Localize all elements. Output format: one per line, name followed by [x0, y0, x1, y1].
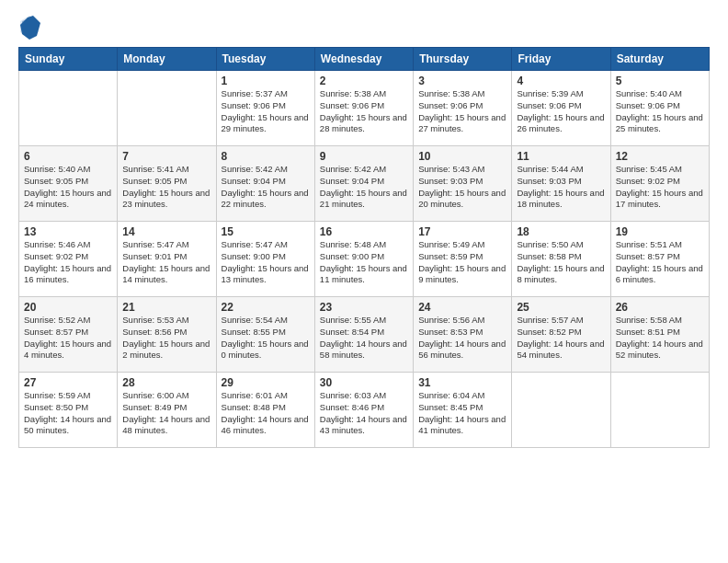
- header: [18, 14, 710, 40]
- day-detail: Sunrise: 5:53 AM Sunset: 8:56 PM Dayligh…: [122, 315, 210, 362]
- calendar-day-cell: [19, 71, 118, 146]
- day-number: 4: [517, 75, 605, 87]
- day-detail: Sunrise: 5:40 AM Sunset: 9:05 PM Dayligh…: [24, 164, 112, 211]
- day-detail: Sunrise: 5:38 AM Sunset: 9:06 PM Dayligh…: [418, 88, 506, 135]
- day-detail: Sunrise: 6:01 AM Sunset: 8:48 PM Dayligh…: [222, 390, 310, 437]
- calendar-week-row: 1Sunrise: 5:37 AM Sunset: 9:06 PM Daylig…: [19, 71, 710, 146]
- calendar-day-cell: 17Sunrise: 5:49 AM Sunset: 8:59 PM Dayli…: [414, 222, 512, 297]
- calendar-week-row: 6Sunrise: 5:40 AM Sunset: 9:05 PM Daylig…: [19, 146, 710, 222]
- day-number: 16: [320, 225, 408, 238]
- calendar-week-row: 20Sunrise: 5:52 AM Sunset: 8:57 PM Dayli…: [19, 297, 710, 373]
- day-detail: Sunrise: 5:58 AM Sunset: 8:51 PM Dayligh…: [616, 315, 704, 362]
- day-number: 20: [24, 301, 112, 314]
- day-detail: Sunrise: 5:43 AM Sunset: 9:03 PM Dayligh…: [418, 164, 506, 211]
- day-detail: Sunrise: 5:47 AM Sunset: 9:01 PM Dayligh…: [122, 239, 210, 286]
- day-of-week-header: Sunday: [19, 48, 118, 71]
- day-detail: Sunrise: 5:41 AM Sunset: 9:05 PM Dayligh…: [122, 164, 210, 211]
- day-number: 8: [222, 150, 310, 163]
- day-number: 6: [24, 150, 112, 163]
- day-number: 24: [418, 301, 506, 314]
- day-detail: Sunrise: 5:57 AM Sunset: 8:52 PM Dayligh…: [517, 315, 605, 362]
- day-detail: Sunrise: 5:38 AM Sunset: 9:06 PM Dayligh…: [320, 88, 408, 135]
- calendar-day-cell: 26Sunrise: 5:58 AM Sunset: 8:51 PM Dayli…: [610, 297, 709, 373]
- day-number: 11: [517, 150, 605, 163]
- day-number: 5: [616, 75, 704, 87]
- day-detail: Sunrise: 5:39 AM Sunset: 9:06 PM Dayligh…: [517, 88, 605, 135]
- day-number: 7: [122, 150, 210, 163]
- day-of-week-header: Thursday: [414, 48, 512, 71]
- calendar-day-cell: 3Sunrise: 5:38 AM Sunset: 9:06 PM Daylig…: [414, 71, 512, 146]
- day-number: 29: [222, 376, 310, 389]
- calendar-day-cell: 8Sunrise: 5:42 AM Sunset: 9:04 PM Daylig…: [216, 146, 314, 222]
- svg-marker-2: [20, 16, 40, 40]
- day-number: 26: [616, 301, 704, 314]
- calendar-day-cell: 28Sunrise: 6:00 AM Sunset: 8:49 PM Dayli…: [118, 373, 216, 448]
- day-number: 27: [24, 376, 112, 389]
- day-detail: Sunrise: 5:56 AM Sunset: 8:53 PM Dayligh…: [418, 315, 506, 362]
- day-number: 19: [616, 225, 704, 238]
- day-number: 28: [122, 376, 210, 389]
- day-number: 21: [122, 301, 210, 314]
- calendar-day-cell: 5Sunrise: 5:40 AM Sunset: 9:06 PM Daylig…: [610, 71, 709, 146]
- calendar-day-cell: 22Sunrise: 5:54 AM Sunset: 8:55 PM Dayli…: [216, 297, 314, 373]
- day-number: 12: [616, 150, 704, 163]
- calendar-day-cell: 4Sunrise: 5:39 AM Sunset: 9:06 PM Daylig…: [512, 71, 610, 146]
- day-number: 13: [24, 225, 112, 238]
- calendar-day-cell: 14Sunrise: 5:47 AM Sunset: 9:01 PM Dayli…: [118, 222, 216, 297]
- day-detail: Sunrise: 5:50 AM Sunset: 8:58 PM Dayligh…: [517, 239, 605, 286]
- calendar-day-cell: 20Sunrise: 5:52 AM Sunset: 8:57 PM Dayli…: [19, 297, 118, 373]
- day-number: 22: [222, 301, 310, 314]
- day-detail: Sunrise: 5:55 AM Sunset: 8:54 PM Dayligh…: [320, 315, 408, 362]
- day-detail: Sunrise: 6:00 AM Sunset: 8:49 PM Dayligh…: [122, 390, 210, 437]
- day-detail: Sunrise: 6:03 AM Sunset: 8:46 PM Dayligh…: [320, 390, 408, 437]
- day-detail: Sunrise: 5:37 AM Sunset: 9:06 PM Dayligh…: [222, 88, 310, 135]
- day-number: 31: [418, 376, 506, 389]
- day-detail: Sunrise: 5:40 AM Sunset: 9:06 PM Dayligh…: [616, 88, 704, 135]
- calendar-header-row: SundayMondayTuesdayWednesdayThursdayFrid…: [19, 48, 710, 71]
- calendar-day-cell: [610, 373, 709, 448]
- calendar-day-cell: 29Sunrise: 6:01 AM Sunset: 8:48 PM Dayli…: [216, 373, 314, 448]
- day-of-week-header: Monday: [118, 48, 216, 71]
- day-number: 9: [320, 150, 408, 163]
- calendar-day-cell: 12Sunrise: 5:45 AM Sunset: 9:02 PM Dayli…: [610, 146, 709, 222]
- calendar-day-cell: 6Sunrise: 5:40 AM Sunset: 9:05 PM Daylig…: [19, 146, 118, 222]
- calendar-day-cell: 10Sunrise: 5:43 AM Sunset: 9:03 PM Dayli…: [414, 146, 512, 222]
- calendar-day-cell: 21Sunrise: 5:53 AM Sunset: 8:56 PM Dayli…: [118, 297, 216, 373]
- day-detail: Sunrise: 5:51 AM Sunset: 8:57 PM Dayligh…: [616, 239, 704, 286]
- calendar-day-cell: 31Sunrise: 6:04 AM Sunset: 8:45 PM Dayli…: [414, 373, 512, 448]
- calendar-day-cell: 24Sunrise: 5:56 AM Sunset: 8:53 PM Dayli…: [414, 297, 512, 373]
- day-number: 3: [418, 75, 506, 87]
- day-of-week-header: Saturday: [610, 48, 709, 71]
- day-number: 17: [418, 225, 506, 238]
- logo-icon: [18, 14, 40, 40]
- day-number: 18: [517, 225, 605, 238]
- day-detail: Sunrise: 5:48 AM Sunset: 9:00 PM Dayligh…: [320, 239, 408, 286]
- calendar-day-cell: 18Sunrise: 5:50 AM Sunset: 8:58 PM Dayli…: [512, 222, 610, 297]
- day-detail: Sunrise: 5:42 AM Sunset: 9:04 PM Dayligh…: [320, 164, 408, 211]
- day-of-week-header: Tuesday: [216, 48, 314, 71]
- day-detail: Sunrise: 5:45 AM Sunset: 9:02 PM Dayligh…: [616, 164, 704, 211]
- calendar-day-cell: 27Sunrise: 5:59 AM Sunset: 8:50 PM Dayli…: [19, 373, 118, 448]
- day-number: 30: [320, 376, 408, 389]
- calendar-day-cell: 2Sunrise: 5:38 AM Sunset: 9:06 PM Daylig…: [314, 71, 413, 146]
- day-detail: Sunrise: 5:42 AM Sunset: 9:04 PM Dayligh…: [222, 164, 310, 211]
- calendar-day-cell: 1Sunrise: 5:37 AM Sunset: 9:06 PM Daylig…: [216, 71, 314, 146]
- calendar-day-cell: 11Sunrise: 5:44 AM Sunset: 9:03 PM Dayli…: [512, 146, 610, 222]
- day-detail: Sunrise: 5:46 AM Sunset: 9:02 PM Dayligh…: [24, 239, 112, 286]
- calendar-day-cell: 7Sunrise: 5:41 AM Sunset: 9:05 PM Daylig…: [118, 146, 216, 222]
- logo: [18, 14, 44, 40]
- calendar-day-cell: 16Sunrise: 5:48 AM Sunset: 9:00 PM Dayli…: [314, 222, 413, 297]
- day-detail: Sunrise: 5:52 AM Sunset: 8:57 PM Dayligh…: [24, 315, 112, 362]
- calendar-week-row: 27Sunrise: 5:59 AM Sunset: 8:50 PM Dayli…: [19, 373, 710, 448]
- calendar-day-cell: 19Sunrise: 5:51 AM Sunset: 8:57 PM Dayli…: [610, 222, 709, 297]
- calendar-day-cell: 9Sunrise: 5:42 AM Sunset: 9:04 PM Daylig…: [314, 146, 413, 222]
- day-number: 10: [418, 150, 506, 163]
- day-detail: Sunrise: 5:47 AM Sunset: 9:00 PM Dayligh…: [222, 239, 310, 286]
- calendar-day-cell: [512, 373, 610, 448]
- day-of-week-header: Friday: [512, 48, 610, 71]
- calendar-week-row: 13Sunrise: 5:46 AM Sunset: 9:02 PM Dayli…: [19, 222, 710, 297]
- day-detail: Sunrise: 5:59 AM Sunset: 8:50 PM Dayligh…: [24, 390, 112, 437]
- calendar-day-cell: 30Sunrise: 6:03 AM Sunset: 8:46 PM Dayli…: [314, 373, 413, 448]
- day-number: 23: [320, 301, 408, 314]
- calendar-day-cell: [118, 71, 216, 146]
